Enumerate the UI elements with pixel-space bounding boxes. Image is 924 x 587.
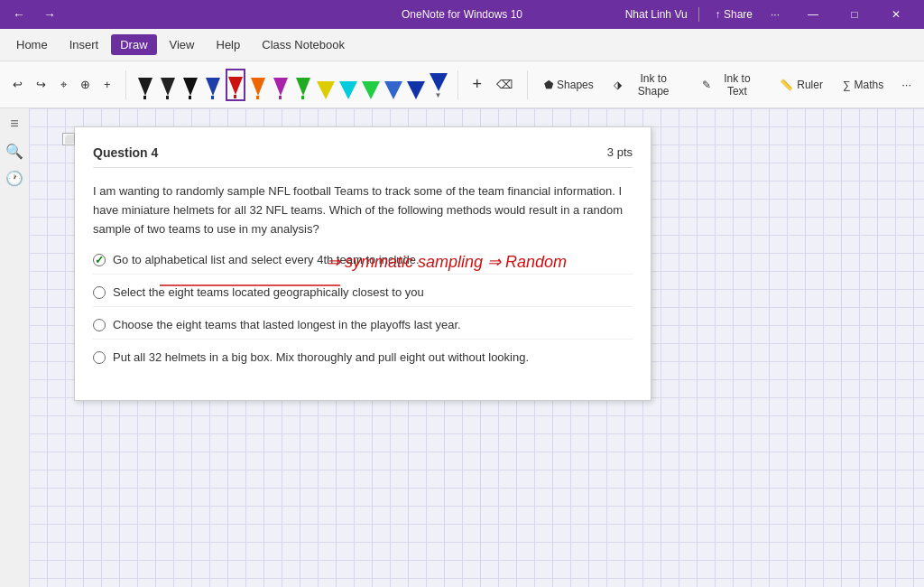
share-icon: ↑ [716, 8, 721, 21]
question-header: Question 4 3 pts [93, 145, 633, 168]
separator-2 [457, 70, 458, 99]
menu-view[interactable]: View [161, 34, 204, 55]
insert-button[interactable]: + [98, 74, 116, 95]
radio-b [93, 286, 106, 299]
pen-purple[interactable] [271, 69, 291, 101]
pen-black-2[interactable] [158, 69, 178, 101]
pen-orange[interactable] [248, 69, 268, 101]
separator-1 [125, 70, 126, 99]
menu-draw[interactable]: Draw [111, 34, 156, 55]
toolbar-right: ⬟ Shapes ⬗ Ink to Shape ✎ Ink to Text 📏 … [537, 69, 917, 101]
search-icon[interactable]: 🔍 [5, 143, 23, 161]
app-title: OneNote for Windows 10 [402, 8, 522, 21]
radio-d [93, 351, 106, 364]
note-handle[interactable]: ⬜ [62, 133, 75, 145]
minimize-button[interactable]: — [792, 0, 834, 29]
pen-darkblue-hl[interactable] [406, 69, 426, 101]
back-button[interactable]: ← [7, 5, 31, 23]
shapes-icon: ⬟ [544, 79, 553, 91]
menu-help[interactable]: Help [208, 34, 250, 55]
option-d-text: Put all 32 helmets in a big box. Mix tho… [113, 350, 529, 364]
divider [698, 7, 699, 22]
pen-green[interactable] [293, 69, 313, 101]
add-space-button[interactable]: ⊕ [75, 74, 96, 95]
pen-black-3[interactable] [180, 69, 200, 101]
ink-to-shape-button[interactable]: ⬗ Ink to Shape [606, 69, 689, 101]
pen-colors-group: ▼ [135, 69, 448, 101]
window-controls: — □ ✕ [792, 0, 917, 29]
selection-group: ⌖ ⊕ + [55, 74, 116, 96]
question-title: Question 4 [93, 145, 158, 160]
redo-button[interactable]: ↪ [31, 74, 51, 95]
forward-button[interactable]: → [38, 5, 61, 23]
pen-black-1[interactable] [135, 69, 155, 101]
more-tools-button[interactable]: ··· [896, 74, 917, 95]
title-bar-right: Nhat Linh Vu ↑ Share ··· — □ ✕ [625, 0, 917, 29]
undo-button[interactable]: ↩ [7, 74, 28, 95]
pen-cyan[interactable] [338, 69, 358, 101]
ruler-button[interactable]: 📏 Ruler [772, 75, 830, 95]
radio-c [93, 319, 106, 331]
ink-text-icon: ✎ [702, 79, 711, 91]
maximize-button[interactable]: □ [834, 0, 875, 29]
notebook-icon[interactable]: ≡ [5, 116, 23, 134]
title-bar: ← → OneNote for Windows 10 Nhat Linh Vu … [0, 0, 924, 29]
pen-red[interactable] [226, 69, 245, 101]
more-options-button[interactable]: ··· [765, 6, 785, 23]
note-card: ⬜ Question 4 3 pts I am wanting to rando… [74, 126, 651, 401]
undo-redo-group: ↩ ↪ [7, 74, 51, 95]
question-pts: 3 pts [607, 145, 633, 160]
close-button[interactable]: ✕ [875, 0, 917, 29]
user-name: Nhat Linh Vu [625, 8, 688, 21]
radio-a: ✓ [93, 254, 106, 266]
shapes-button[interactable]: ⬟ Shapes [537, 75, 601, 95]
maths-icon: ∑ [843, 79, 851, 91]
ink-to-text-button[interactable]: ✎ Ink to Text [695, 69, 768, 101]
pen-blue[interactable] [203, 69, 223, 101]
eraser-button[interactable]: ⌫ [491, 74, 518, 95]
pen-dropdown[interactable]: ▼ [429, 69, 448, 101]
left-sidebar: ≡ 🔍 🕐 [0, 108, 29, 195]
menu-bar: Home Insert Draw View Help Class Noteboo… [0, 29, 924, 61]
option-b-text: Select the eight teams located geographi… [113, 285, 424, 299]
separator-3 [527, 70, 528, 99]
menu-home[interactable]: Home [7, 34, 57, 55]
plus-tool-button[interactable]: + [467, 71, 488, 98]
option-c[interactable]: Choose the eight teams that lasted longe… [93, 318, 633, 340]
pen-green-hl[interactable] [361, 69, 381, 101]
option-d[interactable]: Put all 32 helmets in a big box. Mix tho… [93, 350, 633, 371]
option-a-text: Go to alphabetical list and select every… [113, 253, 420, 266]
main-content: ⬜ Question 4 3 pts I am wanting to rando… [29, 108, 924, 587]
option-b[interactable]: Select the eight teams located geographi… [93, 285, 633, 307]
maths-button[interactable]: ∑ Maths [836, 75, 891, 95]
pen-blue-hl[interactable] [383, 69, 403, 101]
question-text: I am wanting to randomly sample NFL foot… [93, 182, 633, 238]
recent-icon[interactable]: 🕐 [5, 170, 23, 188]
share-button[interactable]: ↑ Share [710, 6, 758, 23]
ruler-icon: 📏 [780, 79, 793, 91]
toolbar: ↩ ↪ ⌖ ⊕ + [0, 61, 924, 108]
menu-insert[interactable]: Insert [60, 34, 108, 55]
lasso-button[interactable]: ⌖ [55, 74, 72, 96]
menu-class-notebook[interactable]: Class Notebook [253, 34, 354, 55]
pen-yellow[interactable] [316, 69, 336, 101]
option-c-text: Choose the eight teams that lasted longe… [113, 318, 461, 331]
ink-shape-icon: ⬗ [614, 79, 622, 91]
title-bar-left: ← → [7, 5, 61, 23]
option-a[interactable]: ✓ Go to alphabetical list and select eve… [93, 253, 633, 275]
